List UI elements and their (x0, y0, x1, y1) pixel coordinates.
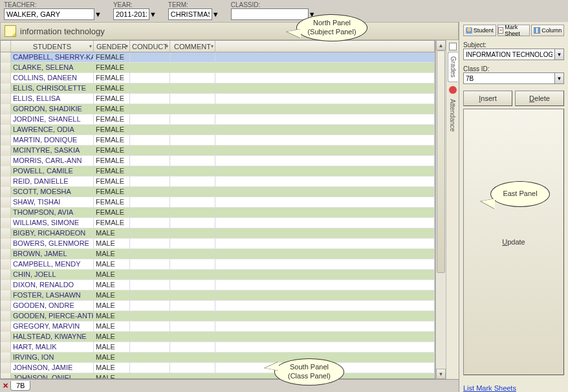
cell-student[interactable]: COLLINS, DANEEN (11, 73, 94, 83)
cell-conduct[interactable] (130, 146, 170, 156)
cell-student[interactable]: WILLIAMS, SIMONE (11, 218, 94, 228)
cell-comment[interactable] (170, 311, 215, 321)
cell-conduct[interactable] (130, 290, 170, 301)
cell-comment[interactable] (170, 270, 215, 280)
cell-comment[interactable] (170, 363, 215, 373)
student-button[interactable]: Student (463, 25, 496, 36)
cell-conduct[interactable] (130, 135, 170, 146)
row-selector[interactable] (1, 270, 11, 280)
classid-combo[interactable] (231, 8, 309, 20)
cell-student[interactable]: BOWERS, GLENMORE (11, 239, 94, 249)
chevron-down-icon[interactable]: ▾ (89, 43, 92, 49)
tab-grades[interactable]: Grades (448, 52, 458, 82)
chevron-down-icon[interactable]: ▾ (211, 43, 213, 49)
cell-gender[interactable]: FEMALE (94, 83, 130, 94)
table-row[interactable]: ELLIS, CHRISOLETTEFEMALE (1, 83, 435, 94)
row-selector[interactable] (1, 177, 11, 187)
cell-comment[interactable] (170, 228, 215, 239)
cell-conduct[interactable] (130, 321, 170, 332)
row-selector[interactable] (1, 373, 11, 378)
row-selector[interactable] (1, 63, 11, 73)
cell-conduct[interactable] (130, 311, 170, 321)
table-row[interactable]: JORDINE, SHANELLFEMALE (1, 114, 435, 125)
cell-gender[interactable]: MALE (94, 353, 130, 363)
cell-conduct[interactable] (130, 218, 170, 228)
table-row[interactable]: DIXON, RENALDOMALE (1, 280, 435, 290)
cell-comment[interactable] (170, 125, 215, 135)
cell-conduct[interactable] (130, 342, 170, 353)
row-selector[interactable] (1, 228, 11, 239)
row-selector[interactable] (1, 135, 11, 146)
row-selector[interactable] (1, 301, 11, 311)
cell-gender[interactable]: FEMALE (94, 114, 130, 125)
cell-comment[interactable] (170, 114, 215, 125)
update-button[interactable]: UpdateUpdate (463, 109, 564, 375)
cell-gender[interactable]: MALE (94, 311, 130, 321)
table-row[interactable]: GREGORY, MARVINMALE (1, 321, 435, 332)
cell-student[interactable]: JOHNSON, ONIEL (11, 373, 94, 378)
row-selector[interactable] (1, 259, 11, 270)
chevron-down-icon[interactable]: ▼ (555, 72, 564, 84)
cell-comment[interactable] (170, 83, 215, 94)
table-row[interactable]: CAMPBELL, SHERRY-KAYEFEMALE (1, 52, 435, 63)
table-row[interactable]: BIGBY, RICHARDEONMALE (1, 228, 435, 239)
cell-student[interactable]: BIGBY, RICHARDEON (11, 228, 94, 239)
column-button[interactable]: Column (531, 25, 564, 36)
cell-conduct[interactable] (130, 83, 170, 94)
row-selector[interactable] (1, 342, 11, 353)
col-header-students[interactable]: STUDENTS▾ (11, 41, 94, 52)
cell-student[interactable]: THOMPSON, AVIA (11, 208, 94, 218)
row-selector[interactable] (1, 73, 11, 83)
close-icon[interactable]: ✕ (3, 382, 8, 390)
row-selector[interactable] (1, 166, 11, 177)
table-row[interactable]: JOHNSON, JAMIEMALE (1, 363, 435, 373)
cell-gender[interactable]: MALE (94, 270, 130, 280)
cell-gender[interactable]: MALE (94, 239, 130, 249)
cell-conduct[interactable] (130, 208, 170, 218)
row-selector[interactable] (1, 353, 11, 363)
cell-student[interactable]: MARTIN, DONIQUE (11, 135, 94, 146)
cell-conduct[interactable] (130, 63, 170, 73)
cell-comment[interactable] (170, 63, 215, 73)
row-selector[interactable] (1, 52, 11, 63)
cell-comment[interactable] (170, 73, 215, 83)
cell-student[interactable]: DIXON, RENALDO (11, 280, 94, 290)
cell-conduct[interactable] (130, 363, 170, 373)
cell-comment[interactable] (170, 373, 215, 378)
cell-conduct[interactable] (130, 249, 170, 259)
insert-button[interactable]: IInsertnsert (463, 91, 512, 106)
row-selector[interactable] (1, 321, 11, 332)
cell-comment[interactable] (170, 353, 215, 363)
table-row[interactable]: IRVING, IONMALE (1, 353, 435, 363)
row-selector[interactable] (1, 249, 11, 259)
row-selector[interactable] (1, 363, 11, 373)
cell-student[interactable]: JOHNSON, JAMIE (11, 363, 94, 373)
chevron-down-icon[interactable]: ▼ (94, 10, 102, 18)
chevron-down-icon[interactable]: ▼ (555, 49, 564, 60)
cell-comment[interactable] (170, 321, 215, 332)
classid-east-combo[interactable] (463, 72, 555, 84)
table-row[interactable]: SCOTT, MOESHAFEMALE (1, 187, 435, 197)
cell-gender[interactable]: MALE (94, 228, 130, 239)
scroll-up-button[interactable]: ▲ (436, 40, 446, 50)
cell-student[interactable]: SCOTT, MOESHA (11, 187, 94, 197)
cell-student[interactable]: LAWRENCE, ODIA (11, 125, 94, 135)
cell-gender[interactable]: MALE (94, 290, 130, 301)
row-selector[interactable] (1, 218, 11, 228)
cell-student[interactable]: GORDON, SHADIKIE (11, 104, 94, 114)
row-selector[interactable] (1, 125, 11, 135)
chevron-down-icon[interactable]: ▾ (166, 43, 168, 49)
year-combo[interactable] (113, 8, 149, 20)
table-row[interactable]: CAMPBELL, MENDYMALE (1, 259, 435, 270)
cell-student[interactable]: POWELL, CAMILE (11, 166, 94, 177)
chevron-down-icon[interactable]: ▼ (212, 10, 219, 18)
cell-conduct[interactable] (130, 187, 170, 197)
cell-student[interactable]: HART, MALIK (11, 342, 94, 353)
col-header-conduct[interactable]: CONDUCT▾ (130, 41, 170, 52)
row-selector[interactable] (1, 94, 11, 104)
cell-conduct[interactable] (130, 114, 170, 125)
table-row[interactable]: LAWRENCE, ODIAFEMALE (1, 125, 435, 135)
cell-student[interactable]: MCINTYRE, SASKIA (11, 146, 94, 156)
cell-gender[interactable]: FEMALE (94, 63, 130, 73)
cell-comment[interactable] (170, 249, 215, 259)
